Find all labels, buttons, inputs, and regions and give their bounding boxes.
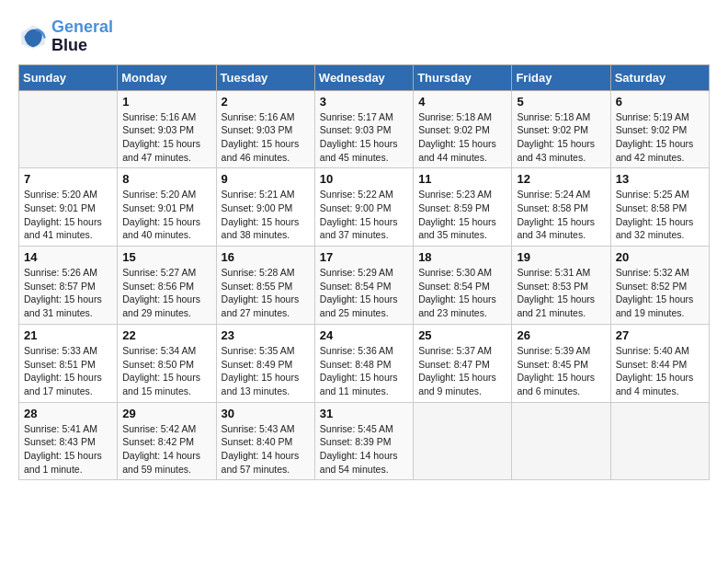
calendar-cell: 1Sunrise: 5:16 AM Sunset: 9:03 PM Daylig… — [118, 90, 216, 168]
day-number: 22 — [122, 328, 210, 342]
day-number: 11 — [418, 172, 506, 186]
day-info: Sunrise: 5:21 AM Sunset: 9:00 PM Dayligh… — [222, 188, 310, 242]
day-info: Sunrise: 5:43 AM Sunset: 8:40 PM Dayligh… — [222, 422, 310, 477]
day-info: Sunrise: 5:40 AM Sunset: 8:44 PM Dayligh… — [616, 344, 704, 398]
calendar-cell: 5Sunrise: 5:18 AM Sunset: 9:02 PM Daylig… — [512, 90, 610, 168]
day-number: 5 — [517, 95, 605, 109]
calendar-cell: 20Sunrise: 5:32 AM Sunset: 8:52 PM Dayli… — [610, 247, 709, 325]
header-thursday: Thursday — [414, 64, 512, 90]
calendar-cell: 13Sunrise: 5:25 AM Sunset: 8:58 PM Dayli… — [610, 168, 709, 247]
day-number: 7 — [24, 172, 112, 186]
day-number: 27 — [616, 328, 704, 342]
calendar-cell: 18Sunrise: 5:30 AM Sunset: 8:54 PM Dayli… — [414, 247, 512, 325]
day-info: Sunrise: 5:20 AM Sunset: 9:01 PM Dayligh… — [24, 188, 112, 242]
calendar-cell — [610, 402, 709, 480]
day-number: 21 — [24, 328, 112, 342]
day-info: Sunrise: 5:19 AM Sunset: 9:02 PM Dayligh… — [616, 110, 704, 165]
day-number: 17 — [320, 250, 408, 264]
calendar-cell: 10Sunrise: 5:22 AM Sunset: 9:00 PM Dayli… — [314, 168, 413, 247]
calendar-cell: 23Sunrise: 5:35 AM Sunset: 8:49 PM Dayli… — [216, 324, 314, 402]
day-info: Sunrise: 5:41 AM Sunset: 8:43 PM Dayligh… — [24, 422, 112, 477]
calendar-week-3: 14Sunrise: 5:26 AM Sunset: 8:57 PM Dayli… — [19, 247, 710, 325]
day-number: 2 — [222, 95, 310, 109]
calendar-cell: 14Sunrise: 5:26 AM Sunset: 8:57 PM Dayli… — [19, 247, 118, 325]
day-number: 29 — [122, 407, 210, 420]
calendar-week-2: 7Sunrise: 5:20 AM Sunset: 9:01 PM Daylig… — [19, 168, 710, 247]
day-info: Sunrise: 5:30 AM Sunset: 8:54 PM Dayligh… — [418, 266, 506, 320]
calendar-cell: 6Sunrise: 5:19 AM Sunset: 9:02 PM Daylig… — [610, 90, 709, 168]
day-number: 28 — [24, 407, 112, 420]
calendar-cell: 19Sunrise: 5:31 AM Sunset: 8:53 PM Dayli… — [512, 247, 610, 325]
day-number: 12 — [517, 172, 605, 186]
calendar-week-1: 1Sunrise: 5:16 AM Sunset: 9:03 PM Daylig… — [19, 90, 710, 168]
day-info: Sunrise: 5:29 AM Sunset: 8:54 PM Dayligh… — [320, 266, 408, 320]
day-number: 15 — [122, 250, 210, 264]
day-number: 18 — [418, 250, 506, 264]
calendar-table: SundayMondayTuesdayWednesdayThursdayFrid… — [18, 64, 710, 481]
day-number: 23 — [222, 328, 310, 342]
day-info: Sunrise: 5:33 AM Sunset: 8:51 PM Dayligh… — [24, 344, 112, 398]
calendar-cell: 12Sunrise: 5:24 AM Sunset: 8:58 PM Dayli… — [512, 168, 610, 247]
day-info: Sunrise: 5:18 AM Sunset: 9:02 PM Dayligh… — [517, 110, 605, 165]
logo-text: GeneralBlue — [51, 18, 113, 55]
day-info: Sunrise: 5:26 AM Sunset: 8:57 PM Dayligh… — [24, 266, 112, 320]
calendar-cell: 29Sunrise: 5:42 AM Sunset: 8:42 PM Dayli… — [118, 402, 216, 480]
calendar-week-4: 21Sunrise: 5:33 AM Sunset: 8:51 PM Dayli… — [19, 324, 710, 402]
header-saturday: Saturday — [610, 64, 709, 90]
day-number: 16 — [222, 250, 310, 264]
day-info: Sunrise: 5:27 AM Sunset: 8:56 PM Dayligh… — [122, 266, 210, 320]
calendar-cell: 15Sunrise: 5:27 AM Sunset: 8:56 PM Dayli… — [118, 247, 216, 325]
day-number: 3 — [320, 95, 408, 109]
calendar-cell: 26Sunrise: 5:39 AM Sunset: 8:45 PM Dayli… — [512, 324, 610, 402]
day-info: Sunrise: 5:16 AM Sunset: 9:03 PM Dayligh… — [222, 110, 310, 165]
calendar-cell — [19, 90, 118, 168]
calendar-cell: 17Sunrise: 5:29 AM Sunset: 8:54 PM Dayli… — [314, 247, 413, 325]
day-number: 1 — [122, 95, 210, 109]
day-info: Sunrise: 5:17 AM Sunset: 9:03 PM Dayligh… — [320, 110, 408, 165]
header-monday: Monday — [118, 64, 216, 90]
day-info: Sunrise: 5:37 AM Sunset: 8:47 PM Dayligh… — [418, 344, 506, 398]
day-info: Sunrise: 5:45 AM Sunset: 8:39 PM Dayligh… — [320, 422, 408, 477]
header-wednesday: Wednesday — [314, 64, 413, 90]
day-info: Sunrise: 5:24 AM Sunset: 8:58 PM Dayligh… — [517, 188, 605, 242]
calendar-cell: 25Sunrise: 5:37 AM Sunset: 8:47 PM Dayli… — [414, 324, 512, 402]
day-number: 4 — [418, 95, 506, 109]
logo-icon — [18, 22, 48, 52]
day-number: 10 — [320, 172, 408, 186]
calendar-cell: 4Sunrise: 5:18 AM Sunset: 9:02 PM Daylig… — [414, 90, 512, 168]
day-number: 6 — [616, 95, 704, 109]
calendar-cell: 31Sunrise: 5:45 AM Sunset: 8:39 PM Dayli… — [314, 402, 413, 480]
calendar-cell: 21Sunrise: 5:33 AM Sunset: 8:51 PM Dayli… — [19, 324, 118, 402]
day-info: Sunrise: 5:31 AM Sunset: 8:53 PM Dayligh… — [517, 266, 605, 320]
day-info: Sunrise: 5:23 AM Sunset: 8:59 PM Dayligh… — [418, 188, 506, 242]
day-number: 9 — [222, 172, 310, 186]
day-number: 20 — [616, 250, 704, 264]
calendar-cell: 27Sunrise: 5:40 AM Sunset: 8:44 PM Dayli… — [610, 324, 709, 402]
day-info: Sunrise: 5:34 AM Sunset: 8:50 PM Dayligh… — [122, 344, 210, 398]
day-number: 30 — [222, 407, 310, 420]
day-info: Sunrise: 5:35 AM Sunset: 8:49 PM Dayligh… — [222, 344, 310, 398]
logo: GeneralBlue — [18, 18, 113, 55]
day-info: Sunrise: 5:28 AM Sunset: 8:55 PM Dayligh… — [222, 266, 310, 320]
day-number: 24 — [320, 328, 408, 342]
day-info: Sunrise: 5:36 AM Sunset: 8:48 PM Dayligh… — [320, 344, 408, 398]
day-info: Sunrise: 5:42 AM Sunset: 8:42 PM Dayligh… — [122, 422, 210, 477]
header-tuesday: Tuesday — [216, 64, 314, 90]
calendar-week-5: 28Sunrise: 5:41 AM Sunset: 8:43 PM Dayli… — [19, 402, 710, 480]
day-info: Sunrise: 5:22 AM Sunset: 9:00 PM Dayligh… — [320, 188, 408, 242]
calendar-cell: 3Sunrise: 5:17 AM Sunset: 9:03 PM Daylig… — [314, 90, 413, 168]
calendar-cell: 24Sunrise: 5:36 AM Sunset: 8:48 PM Dayli… — [314, 324, 413, 402]
day-number: 26 — [517, 328, 605, 342]
day-number: 13 — [616, 172, 704, 186]
day-number: 31 — [320, 407, 408, 420]
calendar-cell: 28Sunrise: 5:41 AM Sunset: 8:43 PM Dayli… — [19, 402, 118, 480]
calendar-cell: 2Sunrise: 5:16 AM Sunset: 9:03 PM Daylig… — [216, 90, 314, 168]
calendar-cell: 22Sunrise: 5:34 AM Sunset: 8:50 PM Dayli… — [118, 324, 216, 402]
calendar-cell: 9Sunrise: 5:21 AM Sunset: 9:00 PM Daylig… — [216, 168, 314, 247]
header-sunday: Sunday — [19, 64, 118, 90]
calendar-cell: 8Sunrise: 5:20 AM Sunset: 9:01 PM Daylig… — [118, 168, 216, 247]
calendar-cell — [414, 402, 512, 480]
calendar-header-row: SundayMondayTuesdayWednesdayThursdayFrid… — [19, 64, 710, 90]
header-friday: Friday — [512, 64, 610, 90]
day-info: Sunrise: 5:16 AM Sunset: 9:03 PM Dayligh… — [122, 110, 210, 165]
